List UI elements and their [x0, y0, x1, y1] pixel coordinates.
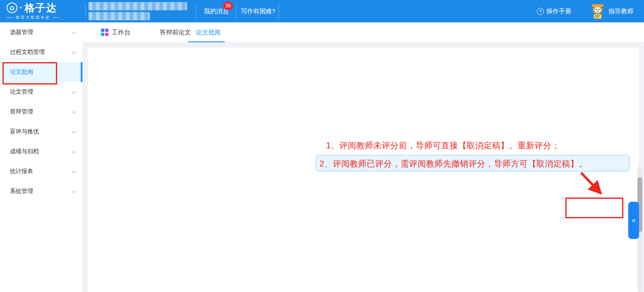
- double-chevron-left-icon: «: [632, 217, 636, 224]
- workbench-grid-icon: [101, 29, 108, 36]
- question-circle-icon: ?: [537, 8, 544, 15]
- sidebar-item-defense-management[interactable]: 答辩管理: [0, 102, 82, 122]
- chevron-down-icon: [72, 89, 76, 94]
- active-tab-underline: [188, 41, 225, 42]
- app-window: G · 格子达 教育大数据专家 我的消息 36 写作有困难? ? 操作手册: [0, 0, 644, 292]
- sidebar-item-process-docs[interactable]: 过程文档管理: [0, 42, 82, 62]
- logo-g-icon: G: [7, 2, 17, 13]
- top-header: G · 格子达 教育大数据专家 我的消息 36 写作有困难? ? 操作手册: [0, 0, 644, 22]
- nav-writing-help[interactable]: 写作有困难?: [241, 0, 275, 22]
- chevron-down-icon: [72, 129, 76, 133]
- user-info-blurred: [89, 2, 187, 10]
- annotation-line1: 1、评阅教师未评分前，导师可直接【取消定稿】。重新评分；: [326, 140, 560, 151]
- logo-tagline: 教育大数据专家: [7, 15, 81, 20]
- header-divider: [196, 4, 196, 18]
- logo-dot: ·: [19, 2, 22, 13]
- app-logo[interactable]: G · 格子达 教育大数据专家: [7, 2, 81, 21]
- chevron-down-icon: [72, 109, 76, 113]
- nav-my-messages[interactable]: 我的消息 36: [204, 0, 229, 22]
- tab-pre-defense-thesis[interactable]: 答辩前论文: [160, 22, 191, 42]
- sidebar-item-blind-review[interactable]: 盲评与推优: [0, 122, 82, 142]
- chevron-down-icon: [72, 49, 76, 54]
- tab-workbench[interactable]: 工作台: [101, 22, 130, 42]
- tab-bar: 工作台 答辩前论文 论文批阅: [83, 22, 644, 43]
- sidebar-item-system-management[interactable]: 系统管理: [0, 181, 82, 201]
- annotation-redbox-sidebar: [2, 62, 57, 84]
- nav-role[interactable]: 指导教师: [590, 0, 633, 22]
- nav-manual[interactable]: ? 操作手册: [537, 0, 571, 22]
- chevron-down-icon: [72, 188, 76, 193]
- tab-thesis-review[interactable]: 论文批阅: [196, 22, 221, 42]
- user-info-blurred-2: [89, 12, 150, 20]
- mascot-icon: [590, 3, 605, 19]
- annotation-line2: 2、评阅教师已评分，需评阅教师先撤销评分，导师方可【取消定稿】。: [320, 158, 587, 169]
- header-divider: [236, 4, 236, 18]
- annotation-redbox-cancel-final: [565, 198, 623, 218]
- chevron-down-icon: [72, 29, 76, 34]
- logo-title: 格子达: [24, 1, 57, 14]
- collapse-panel-tab[interactable]: «: [628, 202, 639, 239]
- header-divider: [85, 4, 86, 18]
- sidebar-item-thesis-management[interactable]: 论文管理: [0, 82, 82, 102]
- message-count-badge: 36: [223, 2, 233, 10]
- chevron-down-icon: [72, 149, 76, 153]
- sidebar-item-topic-management[interactable]: 选题管理: [0, 22, 82, 42]
- sidebar-item-statistics[interactable]: 统计报表: [0, 162, 82, 181]
- header-divider: [279, 4, 279, 18]
- chevron-down-icon: [72, 169, 76, 173]
- sidebar-item-grades-archive[interactable]: 成绩与归档: [0, 142, 82, 162]
